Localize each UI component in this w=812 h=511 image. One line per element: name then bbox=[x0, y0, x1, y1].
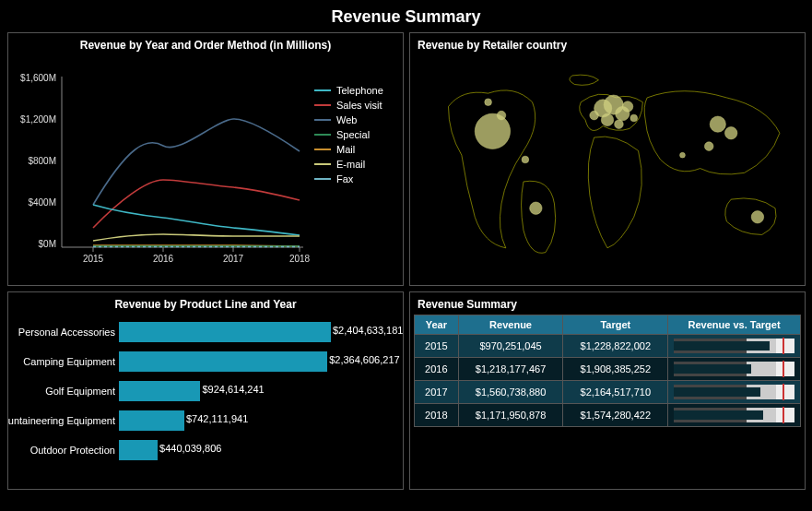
svg-point-6 bbox=[475, 113, 510, 149]
legend-label: Mail bbox=[336, 144, 355, 155]
svg-point-16 bbox=[590, 111, 599, 120]
svg-point-15 bbox=[622, 101, 633, 113]
legend-swatch bbox=[314, 163, 331, 165]
table-header: Year bbox=[415, 315, 459, 335]
bar-value: $742,111,941 bbox=[186, 413, 248, 424]
bullet-chart bbox=[674, 339, 794, 353]
bar-value: $2,404,633,181 bbox=[333, 325, 403, 336]
bar-value: $2,364,606,217 bbox=[329, 354, 399, 365]
legend-swatch bbox=[314, 89, 331, 91]
bar-label: Personal Accessories bbox=[8, 327, 119, 338]
summary-table: YearRevenueTargetRevenue vs. Target 2015… bbox=[414, 315, 801, 427]
table-row[interactable]: 2017$1,560,738,880$2,164,517,710 bbox=[415, 381, 801, 404]
legend-label: Telephone bbox=[336, 85, 383, 96]
table-header: Revenue bbox=[458, 315, 563, 335]
bullet-chart bbox=[674, 408, 794, 422]
cell-target: $1,574,280,422 bbox=[563, 404, 668, 427]
ytick-3: $1,200M bbox=[20, 114, 56, 125]
legend-label: Fax bbox=[336, 173, 353, 184]
svg-point-9 bbox=[530, 202, 542, 214]
legend-swatch bbox=[314, 134, 331, 136]
bar-label: Outdoor Protection bbox=[8, 445, 119, 456]
cell-bullet bbox=[668, 358, 801, 381]
svg-point-19 bbox=[710, 116, 725, 132]
svg-point-14 bbox=[601, 113, 613, 125]
legend-label: E-mail bbox=[336, 159, 365, 170]
bar-chart-area[interactable]: Personal Accessories$2,404,633,181Campin… bbox=[8, 313, 403, 469]
cell-revenue: $970,251,045 bbox=[458, 335, 563, 358]
xtick-1: 2016 bbox=[153, 254, 174, 264]
bar-value: $440,039,806 bbox=[159, 443, 221, 454]
legend-item-fax[interactable]: Fax bbox=[314, 173, 397, 184]
bar-label: Camping Equipment bbox=[8, 356, 119, 367]
bar-track: $924,614,241 bbox=[119, 381, 397, 401]
legend-label: Web bbox=[336, 114, 357, 125]
cell-bullet bbox=[668, 381, 801, 404]
legend-swatch bbox=[314, 149, 331, 150]
bar-track: $2,404,633,181 bbox=[119, 322, 397, 342]
cell-revenue: $1,171,950,878 bbox=[458, 404, 563, 427]
cell-year: 2015 bbox=[415, 335, 459, 358]
xtick-3: 2018 bbox=[289, 254, 311, 264]
ytick-0: $0M bbox=[39, 239, 56, 249]
bar-track: $440,039,806 bbox=[119, 440, 397, 460]
ytick-2: $800M bbox=[28, 156, 56, 166]
svg-point-17 bbox=[615, 120, 624, 129]
bar-chart-panel: Revenue by Product Line and Year Persona… bbox=[7, 291, 404, 490]
legend-item-sales-visit[interactable]: Sales visit bbox=[314, 100, 397, 111]
summary-title: Revenue Summary bbox=[410, 292, 805, 313]
legend-swatch bbox=[314, 178, 331, 180]
line-chart-panel: Revenue by Year and Order Method (in Mil… bbox=[7, 32, 404, 286]
map-title: Revenue by Retailer country bbox=[410, 33, 805, 53]
cell-revenue: $1,218,177,467 bbox=[458, 358, 563, 381]
xtick-2: 2017 bbox=[223, 254, 244, 264]
bullet-chart bbox=[674, 385, 794, 399]
line-chart-area[interactable]: $0M $400M $800M $1,200M $1,600M 20 bbox=[8, 53, 403, 275]
legend-item-web[interactable]: Web bbox=[314, 114, 397, 125]
cell-target: $2,164,517,710 bbox=[563, 381, 668, 404]
table-header: Target bbox=[563, 315, 668, 335]
svg-point-8 bbox=[485, 99, 492, 106]
bar-fill bbox=[119, 351, 327, 372]
bar-fill bbox=[119, 440, 158, 460]
legend-label: Sales visit bbox=[336, 100, 382, 111]
bar-label: Golf Equipment bbox=[8, 386, 119, 397]
legend-item-e-mail[interactable]: E-mail bbox=[314, 159, 397, 170]
svg-point-20 bbox=[724, 127, 736, 139]
ytick-4: $1,600M bbox=[20, 73, 56, 83]
bar-row[interactable]: Camping Equipment$2,364,606,217 bbox=[8, 348, 397, 375]
table-row[interactable]: 2016$1,218,177,467$1,908,385,252 bbox=[415, 358, 801, 381]
legend-item-telephone[interactable]: Telephone bbox=[314, 85, 397, 96]
summary-panel: Revenue Summary YearRevenueTargetRevenue… bbox=[409, 291, 806, 490]
legend-item-mail[interactable]: Mail bbox=[314, 144, 397, 155]
legend-swatch bbox=[314, 119, 331, 121]
xtick-0: 2015 bbox=[83, 254, 104, 264]
legend-item-special[interactable]: Special bbox=[314, 129, 397, 140]
cell-year: 2017 bbox=[415, 381, 459, 404]
svg-point-10 bbox=[522, 156, 529, 163]
cell-target: $1,908,385,252 bbox=[563, 358, 668, 381]
bar-row[interactable]: Personal Accessories$2,404,633,181 bbox=[8, 318, 397, 346]
svg-point-23 bbox=[751, 211, 763, 223]
bar-row[interactable]: Golf Equipment$924,614,241 bbox=[8, 377, 397, 405]
bar-row[interactable]: Outdoor Protection$440,039,806 bbox=[8, 436, 397, 464]
cell-bullet bbox=[668, 404, 801, 427]
bar-track: $2,364,606,217 bbox=[119, 351, 397, 372]
page-title: Revenue Summary bbox=[0, 0, 812, 32]
bullet-chart bbox=[674, 362, 794, 376]
cell-bullet bbox=[668, 335, 801, 358]
ytick-1: $400M bbox=[28, 197, 56, 208]
line-chart-legend: TelephoneSales visitWebSpecialMailE-mail… bbox=[314, 81, 397, 188]
world-map[interactable] bbox=[410, 53, 805, 266]
line-chart-title: Revenue by Year and Order Method (in Mil… bbox=[8, 33, 403, 53]
table-header: Revenue vs. Target bbox=[668, 315, 801, 335]
bar-track: $742,111,941 bbox=[119, 410, 397, 431]
svg-point-22 bbox=[680, 152, 686, 158]
bar-fill bbox=[119, 410, 184, 431]
table-row[interactable]: 2018$1,171,950,878$1,574,280,422 bbox=[415, 404, 801, 427]
legend-swatch bbox=[314, 104, 331, 106]
svg-point-7 bbox=[497, 111, 506, 120]
cell-target: $1,228,822,002 bbox=[563, 335, 668, 358]
table-row[interactable]: 2015$970,251,045$1,228,822,002 bbox=[415, 335, 801, 358]
bar-row[interactable]: Mountaineering Equipment$742,111,941 bbox=[8, 407, 397, 434]
